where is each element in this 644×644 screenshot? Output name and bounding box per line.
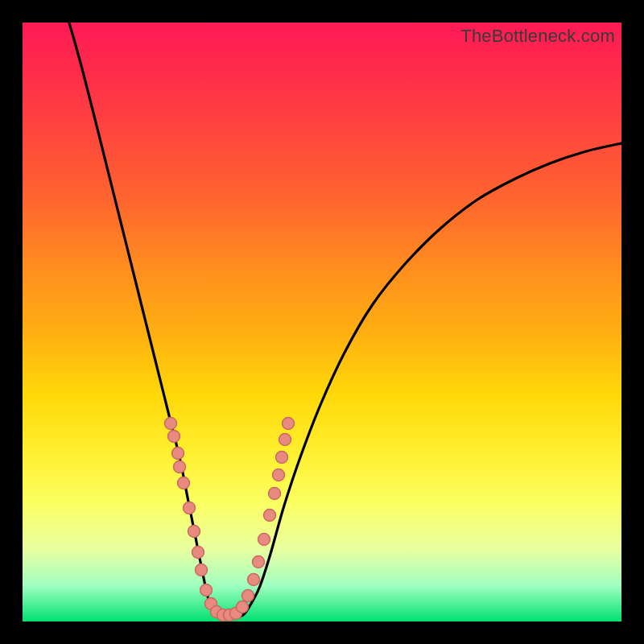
data-dot [253,556,265,568]
data-dot [168,431,180,443]
data-dot [188,526,200,538]
chart-frame: TheBottleneck.com [0,0,644,644]
data-dot [283,418,295,430]
data-dot [165,418,177,430]
data-dot [172,448,184,460]
data-dot [248,574,260,586]
data-dot [237,601,249,613]
data-dot [184,502,196,514]
data-dot [192,547,204,559]
data-dot [178,477,190,489]
data-dot [264,510,276,522]
plot-area: TheBottleneck.com [23,23,621,621]
data-dot [269,488,281,500]
data-dot [242,590,254,602]
bottleneck-curve [67,14,621,619]
data-dot [196,564,208,576]
data-dot [258,534,270,546]
curve-svg [23,23,621,621]
data-dot [279,434,291,446]
data-dot [174,461,186,473]
data-dot [200,584,213,597]
data-dots [165,418,295,621]
data-dot [276,452,288,464]
data-dot [273,469,285,481]
